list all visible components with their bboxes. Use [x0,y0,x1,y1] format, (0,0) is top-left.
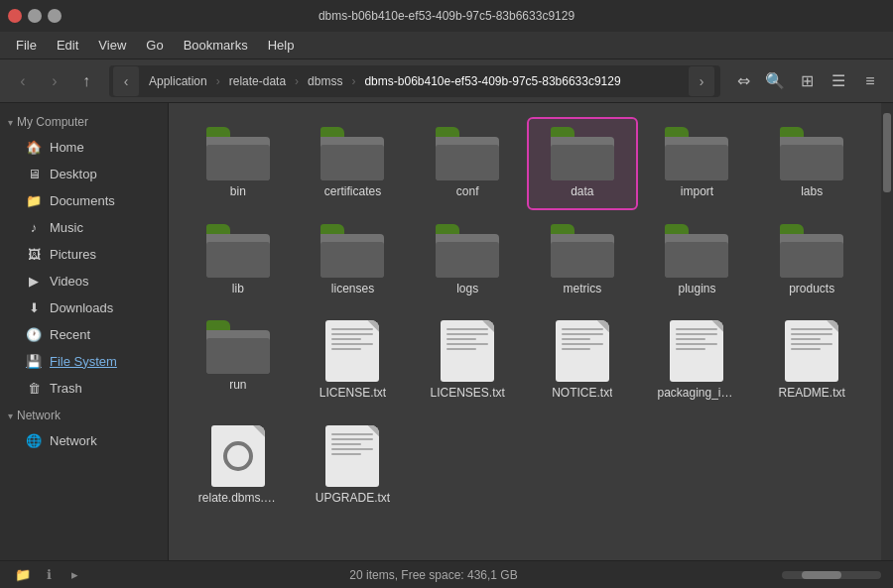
sidebar-label-videos: Videos [50,274,89,289]
sidebar-item-network[interactable]: 🌐 Network [4,427,164,453]
view-list-button[interactable]: ☰ [824,66,853,96]
file-item[interactable]: plugins [644,216,751,305]
grid-icon: ⊞ [801,71,814,90]
folder-icon [436,127,499,180]
sidebar-label-desktop: Desktop [50,167,97,181]
terminal-button[interactable]: ▸ [64,564,85,586]
file-label: licenses [331,282,374,297]
menu-edit[interactable]: Edit [49,35,86,56]
file-label: NOTICE.txt [552,386,612,402]
sidebar: ▾ My Computer 🏠 Home 🖥 Desktop 📁 Documen… [0,103,169,560]
sidebar-label-documents: Documents [50,193,115,208]
breadcrumb-item-relate-data[interactable]: relate-data [221,70,294,92]
sidebar-item-filesystem[interactable]: 💾 File System [4,348,164,374]
trash-icon: 🗑 [26,380,42,396]
menu-file[interactable]: File [8,35,45,56]
sidebar-item-recent[interactable]: 🕐 Recent [4,321,164,347]
toggle-path-button[interactable]: ⇔ [728,66,758,96]
file-item[interactable]: packaging_info [644,312,751,410]
sidebar-item-music[interactable]: ♪ Music [4,214,164,240]
file-label: certificates [324,184,381,200]
list-icon: ☰ [831,71,845,90]
sidebar-item-downloads[interactable]: ⬇ Downloads [4,294,164,320]
up-icon: ↑ [82,72,90,90]
new-folder-button[interactable]: 📁 [12,564,34,586]
folder-icon [551,224,614,278]
nav-controls: ‹ › ↑ [8,66,101,96]
sidebar-item-desktop[interactable]: 🖥 Desktop [4,161,164,186]
toggle-path-icon: ⇔ [737,71,750,90]
h-scroll-track [782,571,881,579]
file-label: LICENSE.txt [319,386,386,402]
section-label-my-computer: My Computer [17,115,88,129]
forward-icon: › [52,72,57,90]
view-details-button[interactable]: ≡ [855,66,885,96]
breadcrumb-item-dbmss[interactable]: dbmss [300,70,350,92]
minimize-button[interactable]: – [28,9,42,23]
properties-button[interactable]: ℹ [38,564,60,586]
main-area: ▾ My Computer 🏠 Home 🖥 Desktop 📁 Documen… [0,103,893,560]
toolbar: ‹ › ↑ ‹ Application › relate-data › dbms… [0,59,893,103]
section-my-computer[interactable]: ▾ My Computer [0,111,168,133]
sidebar-label-music: Music [50,220,83,235]
new-folder-icon: 📁 [15,567,31,582]
file-item[interactable]: import [644,119,751,208]
maximize-button[interactable]: □ [48,9,62,23]
home-icon: 🏠 [26,139,42,155]
sidebar-item-pictures[interactable]: 🖼 Pictures [4,241,164,267]
search-button[interactable]: 🔍 [760,66,790,96]
file-item[interactable]: products [758,216,865,305]
sidebar-item-home[interactable]: 🏠 Home [4,134,164,160]
statusbar-left: 📁 ℹ ▸ [12,564,85,586]
folder-icon [665,127,728,180]
terminal-icon: ▸ [71,567,78,582]
close-button[interactable]: ✕ [8,9,22,23]
details-icon: ≡ [865,72,874,90]
file-item[interactable]: run [185,312,292,410]
menu-view[interactable]: View [90,35,134,56]
file-item[interactable]: NOTICE.txt [529,312,636,410]
breadcrumb-forward-arrow[interactable]: › [689,66,714,96]
file-item[interactable]: LICENSES.txt [414,312,521,410]
breadcrumb-back-arrow[interactable]: ‹ [113,66,139,96]
text-file-icon [441,320,494,382]
sidebar-item-documents[interactable]: 📁 Documents [4,187,164,213]
file-item[interactable]: conf [414,119,521,208]
scroll-thumb[interactable] [883,113,891,192]
back-button[interactable]: ‹ [8,66,38,96]
folder-icon [206,224,270,278]
file-label: bin [230,184,246,200]
text-file-icon [670,320,723,382]
folder-icon [780,127,843,180]
up-button[interactable]: ↑ [71,66,101,96]
section-label-network: Network [17,409,61,422]
menu-help[interactable]: Help [260,35,303,56]
file-item[interactable]: metrics [529,216,636,305]
horizontal-scrollbar[interactable] [782,571,881,579]
forward-button[interactable]: › [40,66,69,96]
menu-bookmarks[interactable]: Bookmarks [176,35,256,56]
file-item[interactable]: data [529,119,636,208]
section-network[interactable]: ▾ Network [0,405,168,426]
file-item[interactable]: certificates [300,119,407,208]
vertical-scrollbar[interactable] [881,103,893,560]
file-item[interactable]: README.txt [758,312,865,410]
file-item[interactable]: bin [185,119,292,208]
text-file-icon [556,320,609,382]
sidebar-item-trash[interactable]: 🗑 Trash [4,375,164,401]
file-item[interactable]: lib [185,216,292,305]
sidebar-label-downloads: Downloads [50,300,113,315]
file-item[interactable]: licenses [300,216,407,305]
file-item[interactable]: logs [414,216,521,305]
breadcrumb-item-current[interactable]: dbms-b06b410e-ef53-409b-97c5-83b6633c912… [356,70,628,92]
file-item[interactable]: UPGRADE.txt [300,417,407,515]
file-label: logs [456,282,478,297]
file-item[interactable]: LICENSE.txt [300,312,407,410]
file-item[interactable]: relate.dbms.json [185,417,292,515]
sidebar-item-videos[interactable]: ▶ Videos [4,268,164,294]
breadcrumb-item-application[interactable]: Application [141,70,215,92]
view-grid-button[interactable]: ⊞ [792,66,822,96]
file-label: data [571,184,593,200]
file-item[interactable]: labs [758,119,865,208]
menu-go[interactable]: Go [138,35,171,56]
